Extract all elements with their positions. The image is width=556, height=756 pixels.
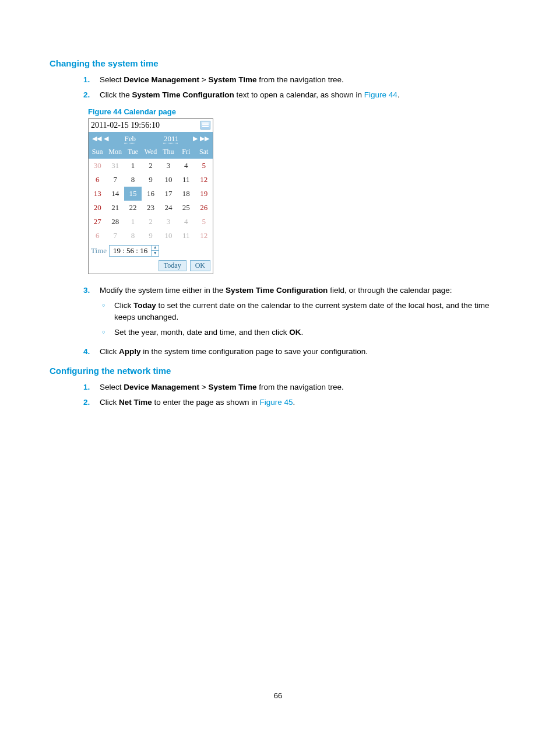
calendar-day[interactable]: 5 (195, 215, 213, 229)
calendar-day[interactable]: 20 (89, 201, 106, 215)
calendar-day[interactable]: 6 (89, 173, 106, 187)
calendar-day[interactable]: 26 (195, 201, 213, 215)
calendar-day[interactable]: 1 (124, 215, 142, 229)
calendar-day[interactable]: 10 (160, 173, 177, 187)
calendar-dow: Sat (195, 146, 213, 159)
today-button[interactable]: Today (159, 260, 186, 271)
calendar-icon[interactable] (200, 121, 210, 130)
calendar-day[interactable]: 13 (89, 187, 106, 201)
ok-button[interactable]: OK (190, 260, 210, 271)
substep: Set the year, month, date and time, and … (100, 327, 506, 338)
calendar-day[interactable]: 28 (106, 215, 124, 229)
calendar-day[interactable]: 31 (106, 159, 124, 173)
calendar-day[interactable]: 7 (106, 229, 124, 243)
calendar-dow: Tue (124, 146, 142, 159)
heading-configuring-network-time: Configuring the network time (50, 366, 506, 376)
calendar-dow: Fri (177, 146, 195, 159)
step-number: 4. (83, 346, 100, 358)
calendar-day[interactable]: 27 (89, 215, 106, 229)
calendar-day[interactable]: 15 (124, 187, 142, 201)
calendar-day[interactable]: 8 (124, 173, 142, 187)
calendar-dow: Wed (142, 146, 159, 159)
calendar-day[interactable]: 23 (142, 201, 159, 215)
calendar-day[interactable]: 3 (160, 159, 177, 173)
calendar-day[interactable]: 14 (106, 187, 124, 201)
calendar-nav: ◀◀ ◀ Feb 2011 ▶ ▶▶ (89, 132, 213, 146)
step-number: 1. (83, 382, 100, 393)
time-label: Time (91, 246, 107, 256)
calendar-day[interactable]: 12 (195, 173, 213, 187)
calendar-timestamp[interactable]: 2011-02-15 19:56:10 (91, 121, 160, 130)
calendar-day[interactable]: 19 (195, 187, 213, 201)
calendar-day[interactable]: 2 (142, 215, 159, 229)
calendar-day[interactable]: 5 (195, 159, 213, 173)
time-spinner[interactable]: ▲ ▼ (152, 245, 159, 257)
next-year-icon[interactable]: ▶▶ (199, 135, 210, 142)
calendar-day[interactable]: 6 (89, 229, 106, 243)
calendar-day[interactable]: 1 (124, 159, 142, 173)
step-number: 2. (83, 89, 100, 101)
calendar-day[interactable]: 17 (160, 187, 177, 201)
calendar-month[interactable]: Feb (112, 134, 149, 144)
calendar-widget: 2011-02-15 19:56:10 ◀◀ ◀ Feb 2011 ▶ ▶▶ S… (88, 118, 213, 274)
calendar-day[interactable]: 11 (177, 229, 195, 243)
substep: Click Today to set the current date on t… (100, 300, 506, 324)
calendar-day[interactable]: 24 (160, 201, 177, 215)
calendar-day[interactable]: 3 (160, 215, 177, 229)
figure-title-44: Figure 44 Calendar page (88, 107, 506, 116)
heading-changing-system-time: Changing the system time (50, 58, 506, 68)
prev-month-icon[interactable]: ◀ (103, 135, 110, 142)
spinner-up-icon[interactable]: ▲ (152, 246, 159, 251)
calendar-day[interactable]: 10 (160, 229, 177, 243)
steps-section1-cont: 3. Modify the system time either in the … (83, 285, 506, 358)
calendar-grid: SunMonTueWedThuFriSat 303112345678910111… (89, 146, 213, 243)
step-number: 2. (83, 397, 100, 408)
figure-link-45[interactable]: Figure 45 (259, 398, 293, 407)
next-month-icon[interactable]: ▶ (192, 135, 199, 142)
calendar-day[interactable]: 7 (106, 173, 124, 187)
calendar-year[interactable]: 2011 (153, 134, 190, 144)
step-text: Click the System Time Configuration text… (100, 89, 506, 101)
step-text: Click Apply in the system time configura… (100, 346, 506, 358)
time-value[interactable]: 19 : 56 : 16 (109, 245, 152, 257)
spinner-down-icon[interactable]: ▼ (152, 251, 159, 256)
figure-link-44[interactable]: Figure 44 (364, 90, 397, 99)
step-text: Click Net Time to enter the page as show… (100, 397, 506, 408)
calendar-day[interactable]: 2 (142, 159, 159, 173)
calendar-dow: Mon (106, 146, 124, 159)
calendar-day[interactable]: 30 (89, 159, 106, 173)
calendar-day[interactable]: 25 (177, 201, 195, 215)
calendar-day[interactable]: 11 (177, 173, 195, 187)
step-text: Modify the system time either in the Sys… (100, 285, 506, 342)
calendar-dow: Thu (160, 146, 177, 159)
steps-section2: 1. Select Device Management > System Tim… (83, 382, 506, 409)
calendar-day[interactable]: 22 (124, 201, 142, 215)
page-number: 66 (0, 691, 556, 700)
calendar-day[interactable]: 9 (142, 229, 159, 243)
calendar-dow: Sun (89, 146, 106, 159)
calendar-day[interactable]: 18 (177, 187, 195, 201)
step-text: Select Device Management > System Time f… (100, 74, 506, 86)
calendar-day[interactable]: 9 (142, 173, 159, 187)
calendar-day[interactable]: 4 (177, 159, 195, 173)
step-number: 1. (83, 74, 100, 86)
calendar-day[interactable]: 16 (142, 187, 159, 201)
step-text: Select Device Management > System Time f… (100, 382, 506, 393)
step-number: 3. (83, 285, 100, 342)
calendar-day[interactable]: 21 (106, 201, 124, 215)
calendar-day[interactable]: 4 (177, 215, 195, 229)
calendar-day[interactable]: 12 (195, 229, 213, 243)
calendar-day[interactable]: 8 (124, 229, 142, 243)
prev-year-icon[interactable]: ◀◀ (91, 135, 103, 142)
steps-section1: 1. Select Device Management > System Tim… (83, 74, 506, 102)
